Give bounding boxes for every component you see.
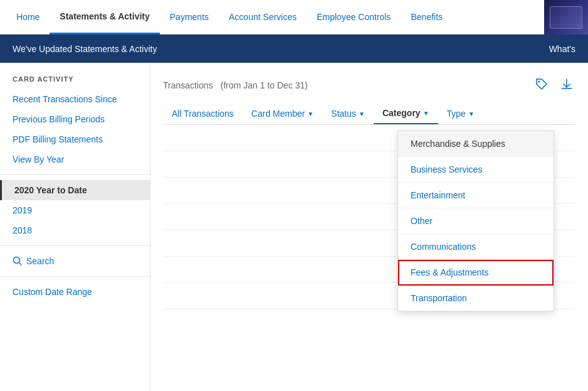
filter-type[interactable]: Type ▼ bbox=[438, 104, 483, 124]
nav-benefits[interactable]: Benefits bbox=[401, 0, 453, 35]
nav-employee-controls[interactable]: Employee Controls bbox=[307, 0, 401, 35]
sidebar-item-custom-date[interactable]: Custom Date Range bbox=[0, 282, 150, 302]
filter-category[interactable]: Category ▼ bbox=[374, 103, 438, 124]
filter-bar: All Transactions Card Member ▼ Status ▼ … bbox=[163, 103, 575, 125]
card-thumbnail bbox=[550, 6, 582, 29]
sidebar-item-2019[interactable]: 2019 bbox=[0, 200, 150, 220]
tag-icon-button[interactable] bbox=[533, 75, 550, 93]
type-chevron: ▼ bbox=[468, 110, 475, 117]
dropdown-item-business-services[interactable]: Business Services bbox=[398, 157, 554, 183]
sidebar-section-title: CARD ACTIVITY bbox=[0, 75, 150, 89]
sidebar: CARD ACTIVITY Recent Transactions Since … bbox=[0, 63, 150, 391]
nav-account-services[interactable]: Account Services bbox=[219, 0, 307, 35]
sidebar-item-pdf-statements[interactable]: PDF Billing Statements bbox=[0, 129, 150, 149]
dropdown-item-transportation[interactable]: Transportation bbox=[398, 286, 554, 311]
banner-message: We've Updated Statements & Activity bbox=[13, 44, 157, 54]
sidebar-divider-3 bbox=[0, 276, 150, 277]
filter-status[interactable]: Status ▼ bbox=[322, 104, 374, 124]
sidebar-item-2020[interactable]: 2020 Year to Date bbox=[0, 180, 150, 200]
sidebar-divider-2 bbox=[0, 245, 150, 246]
dropdown-item-entertainment[interactable]: Entertainment bbox=[398, 183, 554, 208]
download-icon-button[interactable] bbox=[558, 75, 575, 93]
nav-home[interactable]: Home bbox=[6, 0, 50, 35]
dropdown-item-merchandise[interactable]: Merchandise & Supplies bbox=[398, 131, 554, 157]
main-layout: CARD ACTIVITY Recent Transactions Since … bbox=[0, 63, 588, 391]
filter-all-transactions[interactable]: All Transactions bbox=[163, 104, 243, 124]
nav-statements[interactable]: Statements & Activity bbox=[50, 0, 159, 35]
update-banner: We've Updated Statements & Activity What… bbox=[0, 35, 588, 63]
date-range: (from Jan 1 to Dec 31) bbox=[221, 80, 308, 90]
nav-payments[interactable]: Payments bbox=[160, 0, 219, 35]
tag-icon bbox=[535, 77, 549, 91]
sidebar-item-previous-billing[interactable]: Previous Billing Periods bbox=[0, 109, 150, 129]
svg-line-1 bbox=[19, 263, 22, 265]
header-icons bbox=[533, 75, 575, 93]
banner-right-text: What's bbox=[549, 44, 575, 54]
top-navigation: Home Statements & Activity Payments Acco… bbox=[0, 0, 588, 35]
card-member-chevron: ▼ bbox=[307, 110, 313, 117]
status-chevron: ▼ bbox=[359, 110, 365, 117]
sidebar-search[interactable]: Search bbox=[0, 251, 150, 271]
category-chevron: ▼ bbox=[423, 110, 429, 117]
dropdown-item-communications[interactable]: Communications bbox=[398, 234, 554, 260]
search-icon bbox=[13, 256, 23, 266]
sidebar-item-view-by-year[interactable]: View By Year bbox=[0, 149, 150, 169]
content-area: Transactions (from Jan 1 to Dec 31) bbox=[150, 63, 588, 391]
sidebar-divider bbox=[0, 174, 150, 175]
svg-point-2 bbox=[538, 81, 540, 83]
sidebar-item-2018[interactable]: 2018 bbox=[0, 220, 150, 240]
filter-card-member[interactable]: Card Member ▼ bbox=[243, 104, 323, 124]
search-label: Search bbox=[26, 256, 54, 266]
category-dropdown: Merchandise & Supplies Business Services… bbox=[397, 131, 554, 311]
sidebar-item-recent-transactions[interactable]: Recent Transactions Since bbox=[0, 89, 150, 109]
dropdown-item-other[interactable]: Other bbox=[398, 208, 554, 234]
page-title: Transactions (from Jan 1 to Dec 31) bbox=[163, 76, 308, 92]
download-icon bbox=[560, 77, 574, 91]
card-image bbox=[544, 0, 588, 35]
transactions-header: Transactions (from Jan 1 to Dec 31) bbox=[163, 75, 575, 93]
dropdown-item-fees[interactable]: Fees & Adjustments bbox=[398, 260, 554, 286]
